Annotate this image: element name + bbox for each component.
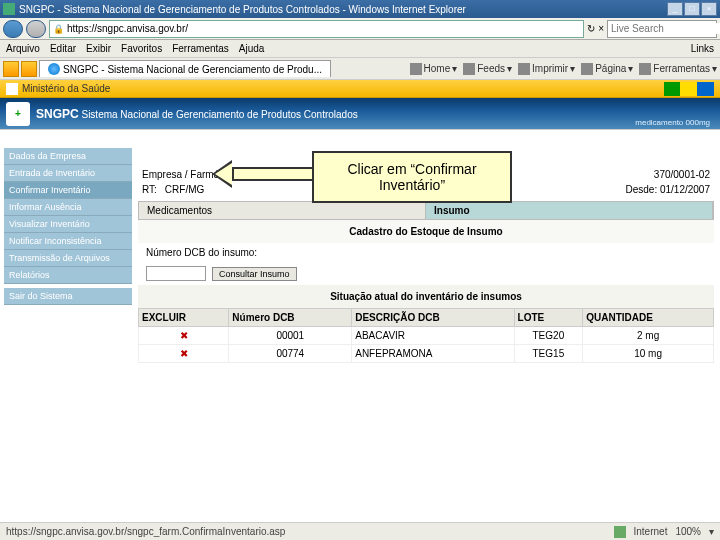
tools-icon [639, 63, 651, 75]
table-row: ✖ 00774 ANFEPRAMONA TEG15 10 mg [139, 345, 714, 363]
rt-label: RT: [142, 184, 157, 195]
grid-title: Situação atual do inventário de insumos [138, 285, 714, 308]
sidebar-item-relatorios[interactable]: Relatórios [4, 267, 132, 284]
sidebar-item-entrada-inventario[interactable]: Entrada de Inventário [4, 165, 132, 182]
inventory-table: EXCLUIR Número DCB DESCRIÇÃO DCB LOTE QU… [138, 308, 714, 363]
dcb-field-row: Número DCB do insumo: [138, 243, 714, 262]
menu-ferramentas[interactable]: Ferramentas [172, 43, 229, 54]
home-button[interactable]: Home ▾ [410, 63, 458, 75]
home-icon [410, 63, 422, 75]
page-icon [581, 63, 593, 75]
sidebar-item-sair[interactable]: Sair do Sistema [4, 288, 132, 305]
favorites-icon[interactable] [3, 61, 19, 77]
app-header: + SNGPC Sistema Nacional de Gerenciament… [0, 98, 720, 130]
refresh-button[interactable]: ↻ [587, 23, 595, 34]
print-button[interactable]: Imprimir ▾ [518, 63, 575, 75]
app-icon [3, 3, 15, 15]
cell-ndcb: 00001 [229, 327, 352, 345]
stop-button[interactable]: × [598, 23, 604, 34]
menu-links[interactable]: Links [691, 43, 714, 54]
forward-button[interactable] [26, 20, 46, 38]
favorites-bar: SNGPC - Sistema Nacional de Gerenciament… [0, 58, 720, 80]
tab-title: SNGPC - Sistema Nacional de Gerenciament… [63, 64, 322, 75]
cell-desc: ABACAVIR [352, 327, 514, 345]
ministry-label: Ministério da Saúde [22, 83, 110, 94]
status-bar: https://sngpc.anvisa.gov.br/sngpc_farm.C… [0, 522, 720, 540]
desde-label: Desde: [625, 184, 657, 195]
browser-tab[interactable]: SNGPC - Sistema Nacional de Gerenciament… [39, 60, 331, 77]
feeds-button[interactable]: Feeds ▾ [463, 63, 512, 75]
maximize-button[interactable]: □ [684, 2, 700, 16]
tab-medicamentos[interactable]: Medicamentos [139, 202, 426, 219]
menu-editar[interactable]: Editar [50, 43, 76, 54]
url-field[interactable]: 🔒 [49, 20, 584, 38]
internet-icon [614, 526, 626, 538]
zoom-label[interactable]: 100% [675, 526, 701, 537]
callout-arrow [232, 167, 312, 181]
menu-favoritos[interactable]: Favoritos [121, 43, 162, 54]
col-desc: DESCRIÇÃO DCB [352, 309, 514, 327]
ministry-icon [6, 83, 18, 95]
table-row: ✖ 00001 ABACAVIR TEG20 2 mg [139, 327, 714, 345]
cell-qtd: 2 mg [583, 327, 714, 345]
dcb-input[interactable] [146, 266, 206, 281]
back-button[interactable] [3, 20, 23, 38]
url-input[interactable] [67, 23, 580, 34]
callout-box: Clicar em “Confirmar Inventário” [312, 151, 512, 203]
cell-lote: TEG15 [514, 345, 583, 363]
gov-bar: Ministério da Saúde [0, 80, 720, 98]
brasil-logo [664, 82, 714, 96]
sidebar: Dados da Empresa Entrada de Inventário C… [0, 148, 132, 363]
main-content: Clicar em “Confirmar Inventário” ENTRADA… [132, 148, 720, 363]
sidebar-item-dados-empresa[interactable]: Dados da Empresa [4, 148, 132, 165]
delete-icon[interactable]: ✖ [180, 348, 188, 359]
crf-value: CRF/MG [165, 184, 204, 195]
col-ndcb: Número DCB [229, 309, 352, 327]
cell-lote: TEG20 [514, 327, 583, 345]
delete-icon[interactable]: ✖ [180, 330, 188, 341]
close-button[interactable]: × [701, 2, 717, 16]
col-qtd: QUANTIDADE [583, 309, 714, 327]
add-favorite-icon[interactable] [21, 61, 37, 77]
zone-label: Internet [634, 526, 668, 537]
menu-arquivo[interactable]: Arquivo [6, 43, 40, 54]
cell-qtd: 10 mg [583, 345, 714, 363]
tools-button[interactable]: Ferramentas ▾ [639, 63, 717, 75]
print-icon [518, 63, 530, 75]
sidebar-item-visualizar-inventario[interactable]: Visualizar Inventário [4, 216, 132, 233]
cell-ndcb: 00774 [229, 345, 352, 363]
col-lote: LOTE [514, 309, 583, 327]
sidebar-item-transmissao-arquivos[interactable]: Transmissão de Arquivos [4, 250, 132, 267]
consultar-button[interactable]: Consultar Insumo [212, 267, 297, 281]
sidebar-item-notificar-inconsistencia[interactable]: Notificar Inconsistência [4, 233, 132, 250]
menu-bar: Arquivo Editar Exibir Favoritos Ferramen… [0, 40, 720, 58]
ie-icon [48, 63, 60, 75]
lock-icon: 🔒 [53, 24, 64, 34]
menu-ajuda[interactable]: Ajuda [239, 43, 265, 54]
dcb-label: Número DCB do insumo: [146, 247, 257, 258]
search-input[interactable] [611, 23, 720, 34]
desde-value: 01/12/2007 [660, 184, 710, 195]
tabset: Medicamentos Insumo [138, 201, 714, 220]
header-text: SNGPC Sistema Nacional de Gerenciamento … [36, 107, 358, 121]
page-button[interactable]: Página ▾ [581, 63, 633, 75]
sidebar-item-informar-ausencia[interactable]: Informar Ausência [4, 199, 132, 216]
cnpj-value: 370/0001-02 [654, 169, 710, 180]
window-titlebar: SNGPC - Sistema Nacional de Gerenciament… [0, 0, 720, 18]
search-field[interactable]: 🔍 [607, 20, 717, 38]
window-title: SNGPC - Sistema Nacional de Gerenciament… [19, 4, 667, 15]
cadastro-title: Cadastro do Estoque de Insumo [138, 220, 714, 243]
sngpc-logo: + [6, 102, 30, 126]
status-url: https://sngpc.anvisa.gov.br/sngpc_farm.C… [6, 526, 285, 537]
header-med: medicamento 000mg [635, 118, 710, 127]
tab-insumo[interactable]: Insumo [426, 202, 713, 219]
address-bar: 🔒 ↻ × 🔍 [0, 18, 720, 40]
feeds-icon [463, 63, 475, 75]
menu-exibir[interactable]: Exibir [86, 43, 111, 54]
sidebar-item-confirmar-inventario[interactable]: Confirmar Inventário [4, 182, 132, 199]
cell-desc: ANFEPRAMONA [352, 345, 514, 363]
minimize-button[interactable]: _ [667, 2, 683, 16]
col-excluir: EXCLUIR [139, 309, 229, 327]
